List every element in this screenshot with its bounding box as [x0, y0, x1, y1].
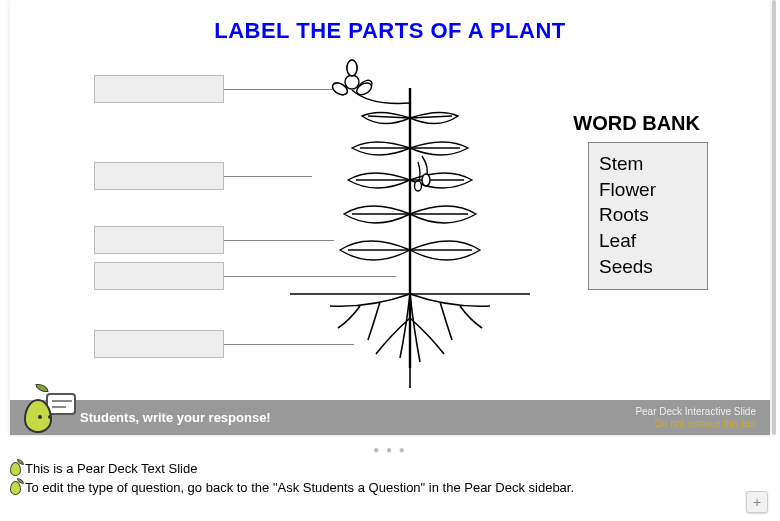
note-text: This is a Pear Deck Text Slide — [25, 460, 197, 479]
scrollbar[interactable] — [772, 0, 776, 435]
slide: LABEL THE PARTS OF A PLANT — [10, 0, 770, 435]
footer-left: Students, write your response! — [10, 400, 271, 435]
note-line-1: This is a Pear Deck Text Slide — [10, 460, 574, 479]
slide-title: LABEL THE PARTS OF A PLANT — [10, 18, 770, 44]
label-box-2[interactable] — [94, 162, 224, 190]
wordbank-item: Roots — [599, 202, 697, 228]
label-box-5[interactable] — [94, 330, 224, 358]
wordbank-item: Flower — [599, 177, 697, 203]
svg-point-19 — [422, 174, 430, 186]
wordbank-item: Stem — [599, 151, 697, 177]
pear-icon — [18, 383, 72, 433]
note-text: To edit the type of question, go back to… — [25, 479, 574, 498]
slide-inner: LABEL THE PARTS OF A PLANT — [10, 0, 770, 435]
label-box-4[interactable] — [94, 262, 224, 290]
peardeck-footer: Students, write your response! Pear Deck… — [10, 400, 770, 435]
pear-icon — [10, 462, 21, 476]
note-line-2: To edit the type of question, go back to… — [10, 479, 574, 498]
wordbank-item: Seeds — [599, 254, 697, 280]
label-box-3[interactable] — [94, 226, 224, 254]
svg-point-20 — [415, 181, 422, 191]
speaker-notes: This is a Pear Deck Text Slide To edit t… — [10, 460, 574, 498]
svg-point-6 — [347, 60, 357, 76]
label-box-1[interactable] — [94, 75, 224, 103]
pear-icon — [10, 481, 21, 495]
footer-warning: Do not remove this bar — [635, 418, 756, 430]
footer-brand: Pear Deck Interactive Slide — [635, 406, 756, 418]
svg-point-2 — [345, 75, 359, 89]
wordbank-item: Leaf — [599, 228, 697, 254]
plant-illustration — [290, 58, 530, 408]
footer-prompt: Students, write your response! — [80, 410, 271, 425]
wordbank-title: WORD BANK — [573, 112, 700, 135]
wordbank-box: Stem Flower Roots Leaf Seeds — [588, 142, 708, 290]
add-button[interactable]: + — [746, 491, 768, 513]
footer-right: Pear Deck Interactive Slide Do not remov… — [635, 406, 756, 430]
page-indicator: ● ● ● — [0, 444, 780, 455]
